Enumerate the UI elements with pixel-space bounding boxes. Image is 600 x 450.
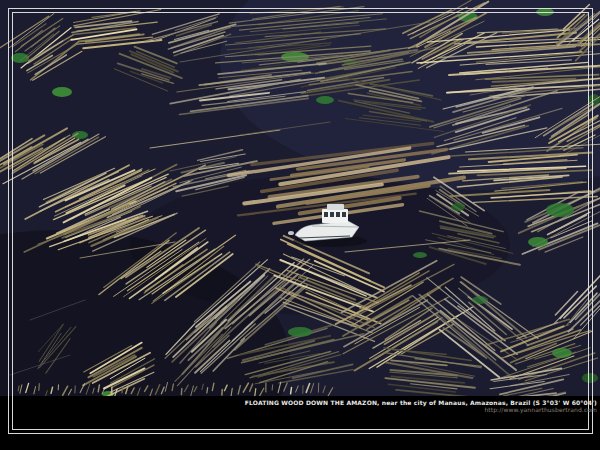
vegetation-patch	[288, 327, 312, 337]
log	[39, 384, 40, 390]
boat-roof	[327, 204, 344, 210]
vegetation-patch	[472, 296, 488, 304]
boat-stern-detail	[288, 231, 294, 235]
log	[122, 387, 123, 393]
caption-title: FLOATING WOOD DOWN THE AMAZON, near the …	[245, 399, 597, 406]
aerial-photo-floating-wood	[0, 0, 600, 396]
vegetation-patch	[451, 203, 465, 211]
caption-url: http://www.yannarthusbertrand.com	[245, 406, 597, 413]
vegetation-patch	[11, 53, 29, 63]
boat-window	[330, 212, 334, 217]
vegetation-patch	[536, 8, 554, 16]
vegetation-patch	[316, 96, 334, 104]
boat-window	[342, 212, 346, 217]
vegetation-patch	[528, 237, 548, 247]
vegetation-patch	[546, 203, 574, 217]
amazon-log-rafts-scene	[0, 0, 600, 396]
boat-window	[324, 212, 328, 217]
wallpaper: { "caption": { "line1": "FLOATING WOOD D…	[0, 0, 600, 450]
log	[272, 385, 273, 390]
vegetation-patch	[552, 348, 572, 358]
boat-window	[336, 212, 340, 217]
vegetation-patch	[413, 252, 427, 258]
vegetation-patch	[582, 373, 598, 383]
photo-caption: FLOATING WOOD DOWN THE AMAZON, near the …	[245, 399, 597, 413]
log	[291, 388, 292, 394]
vegetation-patch	[52, 87, 72, 97]
